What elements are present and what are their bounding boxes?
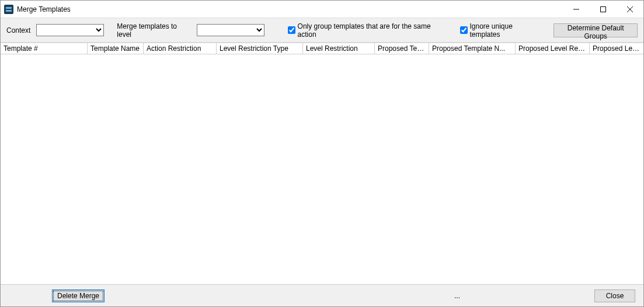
only-same-action-label: Only group templates that are for the sa… bbox=[298, 22, 446, 39]
merge-level-label: Merge templates to level bbox=[117, 22, 190, 39]
ignore-unique-checkbox[interactable] bbox=[460, 26, 468, 34]
col-template-number[interactable]: Template # bbox=[1, 43, 88, 54]
svg-rect-0 bbox=[6, 7, 12, 9]
svg-rect-1 bbox=[6, 10, 12, 12]
col-proposed-template-name[interactable]: Proposed Template N... bbox=[429, 43, 516, 54]
context-label: Context bbox=[6, 26, 30, 35]
col-proposed-level-restriction-type[interactable]: Proposed Level Restri... bbox=[516, 43, 590, 54]
merge-templates-window: Merge Templates Context Merge templates … bbox=[0, 0, 644, 307]
col-level-restriction-type[interactable]: Level Restriction Type bbox=[217, 43, 303, 54]
col-level-restriction[interactable]: Level Restriction bbox=[303, 43, 375, 54]
close-window-button[interactable] bbox=[617, 1, 643, 18]
ellipsis-label: ... bbox=[454, 292, 460, 300]
table-body[interactable] bbox=[1, 54, 643, 284]
determine-default-groups-button[interactable]: Determine Default Groups bbox=[554, 23, 638, 37]
merge-level-select[interactable] bbox=[197, 24, 264, 36]
context-select[interactable] bbox=[36, 24, 104, 36]
close-button[interactable]: Close bbox=[594, 289, 635, 302]
col-proposed-template-number[interactable]: Proposed Template # bbox=[375, 43, 429, 54]
col-proposed-level-restriction[interactable]: Proposed Level Restri... bbox=[590, 43, 643, 54]
app-icon bbox=[4, 5, 13, 14]
only-same-action-checkbox[interactable] bbox=[288, 26, 295, 34]
titlebar: Merge Templates bbox=[1, 1, 643, 18]
footer: Delete Merge ... Close bbox=[1, 284, 643, 306]
minimize-button[interactable] bbox=[563, 1, 590, 18]
svg-rect-3 bbox=[601, 6, 606, 12]
table-header: Template # Template Name Action Restrict… bbox=[1, 43, 643, 54]
window-title: Merge Templates bbox=[17, 5, 71, 13]
maximize-button[interactable] bbox=[590, 1, 617, 18]
col-action-restriction[interactable]: Action Restriction bbox=[144, 43, 217, 54]
col-template-name[interactable]: Template Name bbox=[88, 43, 144, 54]
delete-merge-button[interactable]: Delete Merge bbox=[52, 289, 105, 302]
table-area: Template # Template Name Action Restrict… bbox=[1, 43, 643, 284]
toolbar: Context Merge templates to level Only gr… bbox=[1, 18, 643, 43]
ignore-unique-label: Ignore unique templates bbox=[470, 22, 542, 39]
